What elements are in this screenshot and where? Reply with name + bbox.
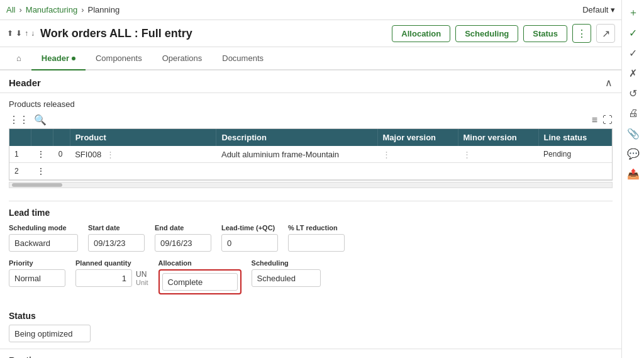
table-layers-icon[interactable]: ≡	[592, 115, 597, 126]
th-product[interactable]: Product	[70, 129, 216, 146]
allocation-input[interactable]	[162, 273, 238, 291]
check-icon[interactable]: ✓	[625, 44, 642, 62]
collapse-header-button[interactable]: ∧	[605, 77, 613, 89]
row1-status: Pending	[538, 146, 611, 163]
table-expand-icon[interactable]: ⛶	[602, 115, 613, 126]
row2-status	[538, 163, 611, 180]
table-scroll-thumb[interactable]	[12, 183, 62, 187]
sort-up-btn[interactable]: ⬆	[6, 28, 14, 38]
tab-operations-label: Operations	[162, 53, 203, 63]
row1-major-dots[interactable]: ⋮	[382, 150, 391, 159]
lead-time-qc-input[interactable]	[221, 234, 278, 252]
start-date-input[interactable]	[88, 234, 145, 252]
header-section-body: Products released ⋮⋮ 🔍 ≡ ⛶	[0, 93, 621, 194]
th-line-status: Line status	[538, 129, 611, 146]
confirm-icon[interactable]: ✓	[625, 24, 642, 42]
table-scrollbar[interactable]	[9, 182, 613, 188]
scheduling-button[interactable]: Scheduling	[455, 25, 518, 42]
row2-drag[interactable]: ⋮	[31, 163, 53, 180]
sort-down-btn[interactable]: ⬇	[15, 28, 23, 38]
more-options-button[interactable]: ⋮	[572, 24, 591, 43]
row1-product-dots[interactable]: ⋮	[106, 150, 114, 159]
row1-minor[interactable]: ⋮	[458, 146, 538, 163]
status-input[interactable]	[9, 325, 91, 342]
allocation-label: Allocation	[158, 259, 242, 267]
row1-minor-dots[interactable]: ⋮	[463, 150, 471, 159]
row1-num: 1	[9, 146, 31, 163]
status-section: Status	[0, 308, 621, 349]
row2-description	[216, 163, 377, 180]
tab-documents[interactable]: Documents	[212, 47, 274, 70]
tab-operations[interactable]: Operations	[152, 47, 213, 70]
scheduling-group: Scheduling	[252, 259, 321, 287]
row1-product[interactable]: SFI008 ⋮	[70, 146, 216, 163]
allocation-group: Allocation	[158, 259, 242, 294]
scheduling-mode-input[interactable]	[9, 234, 78, 252]
upload-icon[interactable]: 📤	[625, 165, 642, 182]
breadcrumb-all[interactable]: All	[6, 5, 15, 14]
tab-components[interactable]: Components	[86, 47, 152, 70]
th-drag	[31, 129, 53, 146]
table-row: 1 ⋮ 0 SFI008 ⋮ Adult aluminium frame-Mou…	[9, 146, 612, 163]
lead-time-row2: Priority Planned quantity UN Unit Alloca…	[9, 259, 613, 294]
table-row: 2 ⋮	[9, 163, 612, 180]
end-date-group: End date	[155, 224, 211, 252]
table-toolbar: ⋮⋮ 🔍 ≡ ⛶	[9, 114, 613, 126]
tab-header-dot	[72, 57, 75, 60]
scheduling-mode-label: Scheduling mode	[9, 224, 78, 232]
chat-icon[interactable]: 💬	[625, 145, 642, 162]
breadcrumb-manufacturing[interactable]: Manufacturing	[26, 5, 77, 14]
exit-button[interactable]: ↗	[596, 24, 615, 43]
content-area: Header ∧ Products released ⋮⋮ 🔍 ≡ ⛶	[0, 70, 621, 358]
row1-drag[interactable]: ⋮	[31, 146, 53, 163]
header-section-title: Header	[9, 77, 41, 88]
start-date-label: Start date	[88, 224, 145, 232]
priority-group: Priority	[9, 259, 65, 287]
th-num2	[53, 129, 70, 146]
row1-num2: 0	[53, 146, 70, 163]
close-icon[interactable]: ✗	[625, 64, 642, 82]
lead-time-row1: Scheduling mode Start date End date Lead…	[9, 224, 613, 252]
lead-time-qc-group: Lead-time (+QC)	[221, 224, 278, 252]
end-date-input[interactable]	[155, 234, 211, 252]
tab-home[interactable]: ⌂	[6, 47, 31, 70]
lt-reduction-input[interactable]	[288, 234, 345, 252]
priority-input[interactable]	[9, 269, 65, 287]
sort-up2-btn[interactable]: ↑	[24, 28, 29, 38]
sort-icons: ⬆ ⬇ ↑ ↓	[6, 28, 35, 38]
row2-product[interactable]	[70, 163, 216, 180]
products-table: Product Description Major version Minor …	[9, 129, 612, 180]
row2-major	[377, 163, 458, 180]
status-button[interactable]: Status	[523, 25, 567, 42]
sort-down2-btn[interactable]: ↓	[30, 28, 35, 38]
print-icon[interactable]: 🖨	[625, 104, 642, 122]
start-date-group: Start date	[88, 224, 145, 252]
planned-qty-group: Planned quantity UN Unit	[75, 259, 148, 287]
end-date-label: End date	[155, 224, 211, 232]
allocation-button[interactable]: Allocation	[392, 25, 450, 42]
allocation-highlight-box	[158, 269, 242, 294]
tab-documents-label: Documents	[222, 53, 264, 63]
row1-major[interactable]: ⋮	[377, 146, 458, 163]
breadcrumb: All › Manufacturing › Planning Default ▾	[0, 0, 621, 20]
planned-qty-label: Planned quantity	[75, 259, 148, 267]
unit-group: UN Unit	[136, 270, 148, 286]
add-icon[interactable]: ＋	[625, 4, 642, 21]
tab-header-label: Header	[42, 53, 69, 63]
table-search-icon[interactable]: 🔍	[34, 114, 47, 126]
tab-header[interactable]: Header	[31, 47, 86, 70]
tab-bar: ⌂ Header Components Operations Documents	[0, 47, 621, 70]
th-description: Description	[216, 129, 377, 146]
table-drag-icon[interactable]: ⋮⋮	[9, 114, 29, 126]
refresh-icon[interactable]: ↺	[625, 84, 642, 102]
row2-minor	[458, 163, 538, 180]
attachment-icon[interactable]: 📎	[625, 125, 642, 142]
tab-components-label: Components	[96, 53, 142, 63]
status-section-label: Status	[9, 311, 613, 321]
breadcrumb-sep2: ›	[81, 5, 84, 14]
scheduling-input[interactable]	[252, 269, 321, 287]
unit-short: UN	[136, 270, 148, 279]
title-bar: ⬆ ⬇ ↑ ↓ Work orders ALL : Full entry All…	[0, 20, 621, 47]
header-section-header: Header ∧	[0, 70, 621, 93]
planned-qty-input[interactable]	[75, 269, 132, 287]
